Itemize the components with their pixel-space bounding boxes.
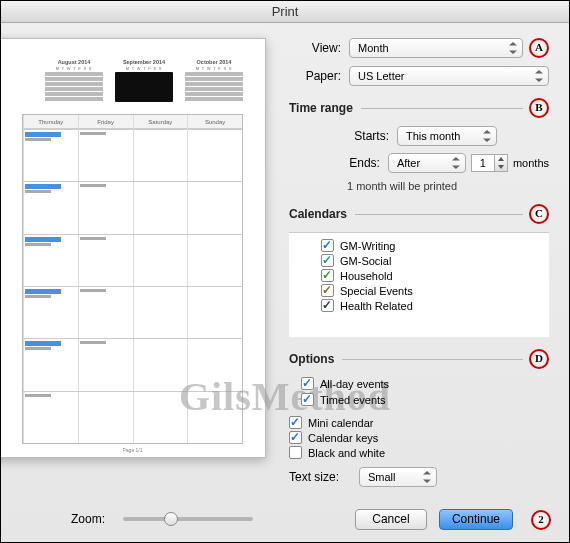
window-title: Print <box>1 1 569 23</box>
continue-button[interactable]: Continue <box>439 509 513 530</box>
weekday-header: Thursday <box>23 115 78 129</box>
weekday-header: Sunday <box>187 115 242 129</box>
zoom-slider[interactable] <box>123 517 253 521</box>
calendar-item-label: Health Related <box>340 300 413 312</box>
zoom-label: Zoom: <box>71 512 105 526</box>
text-size-select[interactable]: Small <box>359 467 437 487</box>
allday-label: All-day events <box>320 378 389 390</box>
annotation-badge-d: D <box>529 349 549 369</box>
mini-calendar-checkbox[interactable] <box>289 416 302 429</box>
weekday-header: Saturday <box>133 115 188 129</box>
timed-checkbox[interactable] <box>301 393 314 406</box>
calendar-item-label: Household <box>340 270 393 282</box>
cancel-button[interactable]: Cancel <box>355 509 427 530</box>
annotation-badge-2: 2 <box>531 510 551 530</box>
view-select[interactable]: Month <box>349 38 523 58</box>
text-size-label: Text size: <box>289 470 351 484</box>
calendar-checkbox[interactable] <box>321 269 334 282</box>
calendar-keys-label: Calendar keys <box>308 432 378 444</box>
ends-label: Ends: <box>347 156 380 170</box>
months-count-input[interactable]: 1 <box>471 154 495 172</box>
dialog-content: August 2014M T W T F S S September 2014M… <box>1 23 569 542</box>
options-title: Options <box>289 352 334 366</box>
ends-select[interactable]: After <box>388 153 466 173</box>
calendar-item-label: GM-Writing <box>340 240 395 252</box>
bw-label: Black and white <box>308 447 385 459</box>
calendar-list[interactable]: GM-Writing GM-Social Household Special E… <box>289 232 549 337</box>
calendar-checkbox[interactable] <box>321 299 334 312</box>
annotation-badge-b: B <box>529 98 549 118</box>
page-indicator: Page 1/1 <box>22 447 243 453</box>
view-label: View: <box>289 41 341 55</box>
mini-calendar-next: October 2014M T W T F S S <box>185 59 243 104</box>
calendars-title: Calendars <box>289 207 347 221</box>
paper-select[interactable]: US Letter <box>349 66 549 86</box>
months-stepper[interactable] <box>494 154 508 172</box>
calendar-keys-checkbox[interactable] <box>289 431 302 444</box>
calendar-checkbox[interactable] <box>321 284 334 297</box>
calendar-item-label: Special Events <box>340 285 413 297</box>
timed-label: Timed events <box>320 394 386 406</box>
weekday-header: Friday <box>78 115 133 129</box>
mini-calendar-current: September 2014M T W T F S S <box>115 59 173 104</box>
starts-select[interactable]: This month <box>397 126 497 146</box>
bw-checkbox[interactable] <box>289 446 302 459</box>
months-unit: months <box>513 157 549 169</box>
print-summary: 1 month will be printed <box>347 180 549 192</box>
time-range-title: Time range <box>289 101 353 115</box>
annotation-badge-a: A <box>529 38 549 58</box>
calendar-checkbox[interactable] <box>321 254 334 267</box>
print-preview: August 2014M T W T F S S September 2014M… <box>0 38 266 458</box>
calendar-checkbox[interactable] <box>321 239 334 252</box>
allday-checkbox[interactable] <box>301 377 314 390</box>
mini-calendar-prev: August 2014M T W T F S S <box>45 59 103 104</box>
starts-label: Starts: <box>347 129 389 143</box>
calendar-item-label: GM-Social <box>340 255 391 267</box>
paper-label: Paper: <box>289 69 341 83</box>
annotation-badge-c: C <box>529 204 549 224</box>
mini-calendar-label: Mini calendar <box>308 417 373 429</box>
